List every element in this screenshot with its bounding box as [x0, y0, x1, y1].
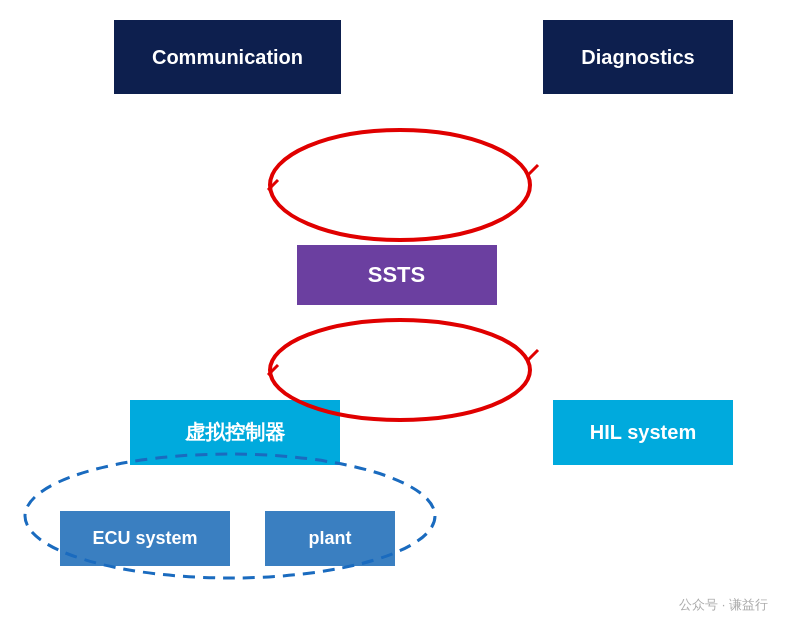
plant-box: plant — [265, 511, 395, 566]
ssts-label: SSTS — [368, 262, 425, 288]
diagnostics-label: Diagnostics — [581, 46, 694, 69]
svg-line-4 — [268, 365, 278, 375]
ecu-system-box: ECU system — [60, 511, 230, 566]
virtual-controller-label: 虚拟控制器 — [185, 419, 285, 446]
virtual-controller-box: 虚拟控制器 — [130, 400, 340, 465]
hil-system-box: HIL system — [553, 400, 733, 465]
plant-label: plant — [309, 528, 352, 549]
ssts-box: SSTS — [297, 245, 497, 305]
svg-point-0 — [270, 130, 530, 240]
svg-line-1 — [268, 180, 278, 190]
watermark: 公众号 · 谦益行 — [679, 596, 768, 614]
ecu-system-label: ECU system — [92, 528, 197, 549]
communication-box: Communication — [114, 20, 341, 94]
hil-system-label: HIL system — [590, 421, 696, 444]
svg-line-2 — [528, 165, 538, 175]
diagram-container: Communication Diagnostics SSTS 虚拟控制器 HIL… — [0, 0, 793, 634]
communication-label: Communication — [152, 46, 303, 69]
svg-line-5 — [528, 350, 538, 360]
diagnostics-box: Diagnostics — [543, 20, 733, 94]
